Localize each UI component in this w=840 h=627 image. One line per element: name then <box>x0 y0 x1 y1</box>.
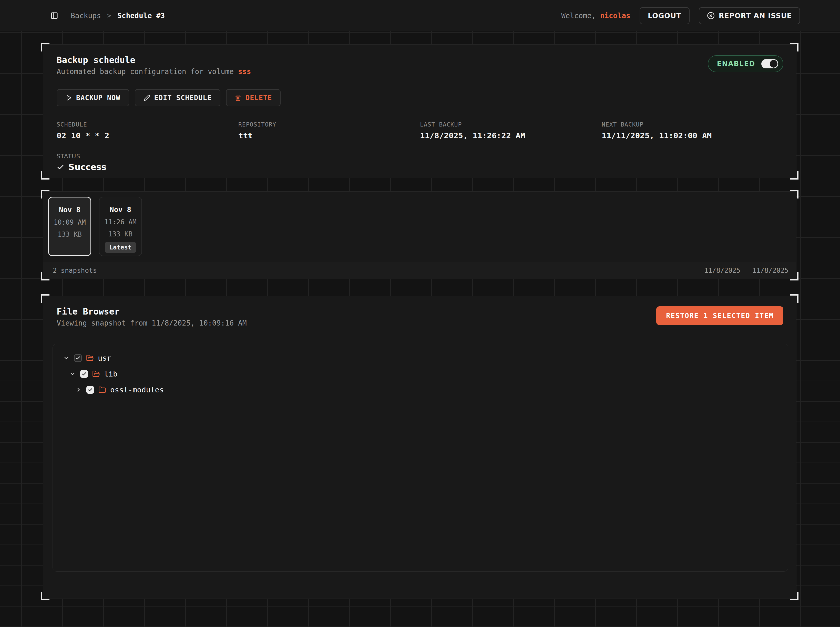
latest-badge: Latest <box>105 242 136 253</box>
field-value: 11/11/2025, 11:02:00 AM <box>602 131 783 140</box>
welcome-text: Welcome, nicolas <box>561 11 630 20</box>
status-value: Success <box>68 162 106 172</box>
restore-label: RESTORE 1 SELECTED ITEM <box>666 312 774 320</box>
report-issue-button[interactable]: REPORT AN ISSUE <box>699 7 800 24</box>
breadcrumb: Backups > Schedule #3 <box>71 11 165 20</box>
delete-button[interactable]: DELETE <box>226 89 281 106</box>
enabled-pill: ENABLED <box>708 55 783 72</box>
panel-subtitle: Automated backup configuration for volum… <box>57 67 251 76</box>
field-label: SCHEDULE <box>57 121 238 128</box>
tree-row-lib[interactable]: lib <box>53 366 788 382</box>
checkbox-checked[interactable] <box>74 354 82 362</box>
chevron-down-icon[interactable] <box>69 371 76 377</box>
field-value: 11/8/2025, 11:26:22 AM <box>420 131 602 140</box>
snapshot-time: 11:26 AM <box>104 218 136 226</box>
breadcrumb-current: Schedule #3 <box>117 11 165 20</box>
snapshot-date: Nov 8 <box>59 206 81 214</box>
restore-button[interactable]: RESTORE 1 SELECTED ITEM <box>656 306 783 325</box>
file-browser-panel: File Browser Viewing snapshot from 11/8/… <box>43 296 796 599</box>
field-next-backup: NEXT BACKUP 11/11/2025, 11:02:00 AM <box>602 121 783 140</box>
checkbox-checked[interactable] <box>86 386 94 394</box>
edit-schedule-label: EDIT SCHEDULE <box>154 94 212 102</box>
edit-schedule-button[interactable]: EDIT SCHEDULE <box>135 89 220 106</box>
field-label: LAST BACKUP <box>420 121 602 128</box>
trash-icon <box>235 95 242 101</box>
snapshots-panel: Nov 8 10:09 AM 133 KB Nov 8 11:26 AM 133… <box>43 191 796 279</box>
field-schedule: SCHEDULE 02 10 * * 2 <box>57 121 238 140</box>
status-block: STATUS Success <box>57 153 783 172</box>
panel-title: Backup schedule <box>57 55 251 65</box>
field-last-backup: LAST BACKUP 11/8/2025, 11:26:22 AM <box>420 121 602 140</box>
frame-corner <box>790 294 799 303</box>
field-repository: REPOSITORY ttt <box>238 121 420 140</box>
folder-name: ossl-modules <box>110 386 164 394</box>
frame-corner <box>41 171 49 180</box>
frame-corner <box>790 592 799 600</box>
delete-label: DELETE <box>245 94 272 102</box>
frame-corner <box>790 272 799 280</box>
username: nicolas <box>600 11 630 20</box>
backup-schedule-panel: Backup schedule Automated backup configu… <box>43 44 796 178</box>
breadcrumb-separator: > <box>107 12 111 19</box>
snapshot-card[interactable]: Nov 8 11:26 AM 133 KB Latest <box>99 197 142 256</box>
breadcrumb-backups[interactable]: Backups <box>71 11 101 20</box>
logout-button[interactable]: LOGOUT <box>639 7 690 24</box>
snapshot-card-selected[interactable]: Nov 8 10:09 AM 133 KB <box>48 197 91 256</box>
tree-row-usr[interactable]: usr <box>53 350 788 366</box>
frame-corner <box>790 190 799 198</box>
logout-label: LOGOUT <box>648 12 681 20</box>
page-background-grid: Backup schedule Automated backup configu… <box>0 31 840 627</box>
play-icon <box>65 95 72 101</box>
backup-now-label: BACKUP NOW <box>76 94 120 102</box>
frame-corner <box>790 171 799 180</box>
snapshot-size: 133 KB <box>108 230 133 238</box>
toggle-knob <box>770 60 777 68</box>
pencil-icon <box>144 95 150 101</box>
frame-corner <box>41 190 49 198</box>
snapshot-count: 2 snapshots <box>53 267 97 274</box>
folder-name: lib <box>104 370 117 378</box>
snapshot-date-range: 11/8/2025 – 11/8/2025 <box>704 267 788 274</box>
field-value: ttt <box>238 131 420 140</box>
folder-open-icon <box>92 370 100 378</box>
snapshot-size: 133 KB <box>58 230 82 238</box>
sidebar-toggle-icon[interactable] <box>49 10 60 21</box>
panel-title: File Browser <box>57 306 247 317</box>
frame-corner <box>41 592 49 600</box>
issue-circle-x-icon <box>707 12 715 19</box>
backup-now-button[interactable]: BACKUP NOW <box>57 89 129 106</box>
field-value: 02 10 * * 2 <box>57 131 238 140</box>
snapshots-footer: 2 snapshots 11/8/2025 – 11/8/2025 <box>43 262 796 279</box>
chevron-right-icon[interactable] <box>76 387 82 393</box>
status-label: STATUS <box>57 153 783 159</box>
check-icon <box>57 164 64 171</box>
folder-open-icon <box>86 354 94 362</box>
field-label: REPOSITORY <box>238 121 420 128</box>
frame-corner <box>41 294 49 303</box>
enabled-label: ENABLED <box>717 60 755 68</box>
enabled-toggle[interactable] <box>761 59 778 68</box>
frame-corner <box>41 43 49 52</box>
frame-corner <box>41 272 49 280</box>
report-issue-label: REPORT AN ISSUE <box>719 12 792 20</box>
chevron-down-icon[interactable] <box>63 355 69 361</box>
checkbox-checked[interactable] <box>80 370 88 378</box>
file-tree: usr lib <box>52 344 788 572</box>
tree-row-ossl-modules[interactable]: ossl-modules <box>53 382 788 398</box>
folder-icon <box>98 386 106 394</box>
snapshot-date: Nov 8 <box>110 205 131 214</box>
field-label: NEXT BACKUP <box>602 121 783 128</box>
snapshot-time: 10:09 AM <box>54 219 85 226</box>
frame-corner <box>790 43 799 52</box>
folder-name: usr <box>98 354 111 362</box>
volume-name: sss <box>238 67 251 76</box>
panel-subtitle: Viewing snapshot from 11/8/2025, 10:09:1… <box>57 319 247 327</box>
top-bar: Backups > Schedule #3 Welcome, nicolas L… <box>0 0 840 31</box>
